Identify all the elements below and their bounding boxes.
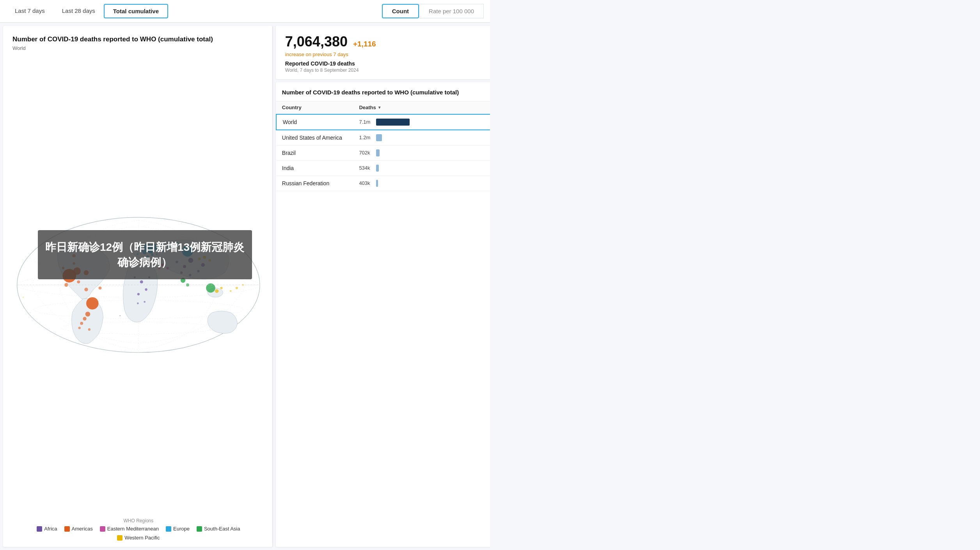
tab-total-cumulative[interactable]: Total cumulative — [104, 4, 168, 18]
cell-country-russia: Russian Federation — [282, 180, 359, 186]
americas-color — [64, 526, 70, 532]
legend-africa: Africa — [37, 526, 57, 532]
cell-country-usa: United States of America — [282, 135, 359, 141]
legend-eastern-med: Eastern Mediterranean — [100, 526, 159, 532]
africa-color — [37, 526, 42, 532]
svg-point-30 — [83, 317, 86, 320]
svg-point-23 — [73, 268, 81, 275]
svg-point-12 — [155, 247, 159, 252]
legend-southeast-asia-label: South-East Asia — [204, 526, 240, 532]
chart-title: Number of COVID-19 deaths reported to WH… — [12, 35, 265, 44]
bar-usa: 1.2m — [359, 134, 410, 141]
left-panel: Number of COVID-19 deaths reported to WH… — [3, 26, 273, 547]
svg-point-68 — [230, 290, 232, 292]
svg-point-14 — [158, 246, 162, 249]
cell-country-brazil: Brazil — [282, 150, 359, 156]
tab-last28days[interactable]: Last 28 days — [53, 4, 104, 18]
svg-point-48 — [176, 261, 178, 263]
cell-deaths-world: 7.1m — [359, 119, 410, 126]
bar-bg-world — [376, 119, 410, 126]
svg-point-17 — [162, 250, 164, 252]
svg-point-31 — [80, 322, 83, 325]
svg-point-50 — [180, 271, 183, 274]
svg-point-24 — [84, 270, 89, 275]
svg-point-35 — [73, 262, 75, 264]
sort-arrow-icon: ▼ — [378, 105, 382, 110]
table-row[interactable]: United States of America 1.2m — [276, 130, 490, 145]
tab-last7days[interactable]: Last 7 days — [6, 4, 53, 18]
stats-number: 7,064,380 — [285, 34, 348, 50]
svg-point-20 — [137, 253, 138, 255]
chart-region: World — [12, 45, 265, 51]
svg-point-60 — [162, 263, 165, 266]
deaths-value-india: 534k — [359, 165, 374, 171]
svg-point-45 — [188, 258, 193, 263]
deaths-value-usa: 1.2m — [359, 135, 374, 140]
bar-fill-world — [376, 119, 410, 126]
svg-point-58 — [208, 259, 211, 261]
svg-point-46 — [201, 263, 205, 267]
svg-point-61 — [167, 267, 169, 269]
cell-deaths-russia: 403k — [359, 180, 410, 187]
stats-period: World, 7 days to 8 September 2024 — [285, 67, 484, 73]
table-body[interactable]: World 7.1m United States of America — [276, 114, 490, 547]
svg-point-34 — [84, 288, 88, 291]
table-row[interactable]: India 534k — [276, 161, 490, 176]
table-row[interactable]: Russian Federation 403k — [276, 176, 490, 191]
top-bar: Last 7 days Last 28 days Total cumulativ… — [0, 0, 490, 23]
svg-point-40 — [137, 293, 140, 295]
svg-point-49 — [197, 270, 199, 272]
svg-point-63 — [167, 245, 171, 248]
svg-point-21 — [182, 246, 193, 257]
legend-southeast-asia: South-East Asia — [197, 526, 240, 532]
tab-rate[interactable]: Rate per 100 000 — [419, 4, 484, 18]
southeast-asia-color — [197, 526, 202, 532]
bar-fill-usa — [376, 134, 382, 141]
bar-bg-brazil — [376, 149, 410, 156]
svg-point-43 — [144, 301, 146, 303]
svg-point-57 — [203, 256, 206, 259]
svg-point-18 — [146, 255, 149, 258]
svg-point-19 — [156, 253, 158, 255]
table-card: Number of COVID-19 deaths reported to WH… — [276, 82, 490, 547]
cell-country-world: World — [283, 119, 359, 125]
svg-point-38 — [140, 280, 143, 284]
bar-brazil: 702k — [359, 149, 410, 156]
metric-tabs: Count Rate per 100 000 — [382, 4, 484, 18]
svg-point-62 — [158, 267, 160, 269]
table-card-title: Number of COVID-19 deaths reported to WH… — [276, 89, 490, 101]
svg-point-29 — [85, 312, 91, 317]
bar-world: 7.1m — [359, 119, 410, 126]
cell-deaths-brazil: 702k — [359, 149, 410, 156]
svg-point-69 — [23, 296, 24, 298]
table-row[interactable]: Brazil 702k — [276, 145, 490, 161]
svg-point-26 — [77, 280, 80, 284]
svg-point-42 — [148, 276, 150, 278]
table-row[interactable]: World 7.1m — [276, 114, 490, 130]
bar-bg-india — [376, 165, 410, 172]
svg-point-54 — [206, 284, 215, 293]
svg-point-59 — [198, 257, 201, 260]
bar-fill-india — [376, 165, 378, 172]
map-area[interactable]: 昨日新确诊12例（昨日新增13例新冠肺炎确诊病例） — [12, 56, 265, 514]
svg-point-70 — [119, 315, 121, 316]
deaths-value-world: 7.1m — [359, 119, 374, 125]
svg-point-10 — [148, 249, 153, 254]
svg-point-16 — [141, 250, 143, 252]
table-header: Country Deaths ▼ — [276, 101, 490, 114]
tab-count[interactable]: Count — [382, 4, 419, 18]
legend-americas-label: Americas — [72, 526, 93, 532]
col-bar — [410, 105, 487, 110]
legend-western-pacific: Western Pacific — [117, 535, 160, 541]
legend-europe-label: Europe — [173, 526, 190, 532]
time-tabs: Last 7 days Last 28 days Total cumulativ… — [6, 4, 168, 18]
bar-fill-brazil — [376, 149, 380, 156]
col-deaths[interactable]: Deaths ▼ — [359, 105, 410, 110]
svg-point-36 — [62, 267, 64, 269]
svg-point-32 — [78, 327, 81, 329]
svg-point-64 — [175, 242, 178, 245]
svg-point-51 — [189, 274, 191, 276]
legend-africa-label: Africa — [44, 526, 57, 532]
bar-russia: 403k — [359, 180, 410, 187]
svg-point-13 — [138, 246, 142, 249]
